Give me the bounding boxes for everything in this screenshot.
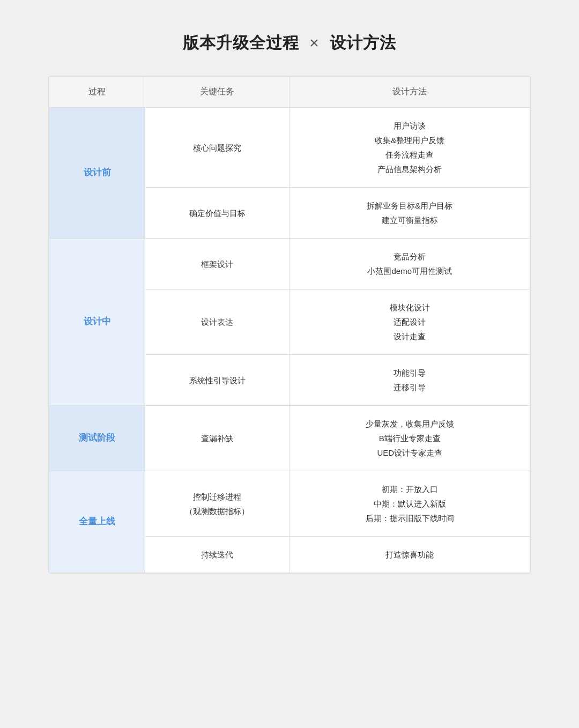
process-cell-full-launch: 全量上线 [49,471,145,573]
table-row: 全量上线控制迁移进程（观测数据指标）初期：开放入口中期：默认进入新版后期：提示旧… [49,471,530,537]
table-row: 测试阶段查漏补缺少量灰发，收集用户反馈B端行业专家走查UED设计专家走查 [49,406,530,471]
task-cell: 设计表达 [145,289,290,355]
method-cell: 少量灰发，收集用户反馈B端行业专家走查UED设计专家走查 [290,406,530,471]
page-container: 版本升级全过程 × 设计方法 过程 关键任务 设计方法 设计前核心问题探究用户访… [48,32,531,574]
method-cell: 功能引导迁移引导 [290,355,530,406]
method-cell: 模块化设计适配设计设计走查 [290,289,530,355]
method-cell: 用户访谈收集&整理用户反馈任务流程走查产品信息架构分析 [290,108,530,188]
process-cell-testing: 测试阶段 [49,406,145,471]
page-title: 版本升级全过程 × 设计方法 [48,32,531,54]
process-cell-in-design: 设计中 [49,239,145,406]
method-cell: 打造惊喜功能 [290,537,530,573]
table-header-row: 过程 关键任务 设计方法 [49,77,530,108]
method-cell: 竞品分析小范围demo可用性测试 [290,239,530,289]
header-process: 过程 [49,77,145,108]
task-cell: 控制迁移进程（观测数据指标） [145,471,290,537]
task-cell: 确定价值与目标 [145,188,290,239]
task-cell: 框架设计 [145,239,290,289]
header-method: 设计方法 [290,77,530,108]
process-cell-pre-design: 设计前 [49,108,145,239]
task-cell: 核心问题探究 [145,108,290,188]
title-part1: 版本升级全过程 [183,34,299,51]
table-wrapper: 过程 关键任务 设计方法 设计前核心问题探究用户访谈收集&整理用户反馈任务流程走… [48,76,531,574]
table-row: 设计中框架设计竞品分析小范围demo可用性测试 [49,239,530,289]
title-separator: × [309,34,320,51]
method-cell: 拆解业务目标&用户目标建立可衡量指标 [290,188,530,239]
task-cell: 查漏补缺 [145,406,290,471]
main-table: 过程 关键任务 设计方法 设计前核心问题探究用户访谈收集&整理用户反馈任务流程走… [49,76,530,573]
task-cell: 系统性引导设计 [145,355,290,406]
task-cell: 持续迭代 [145,537,290,573]
header-task: 关键任务 [145,77,290,108]
table-row: 设计前核心问题探究用户访谈收集&整理用户反馈任务流程走查产品信息架构分析 [49,108,530,188]
method-cell: 初期：开放入口中期：默认进入新版后期：提示旧版下线时间 [290,471,530,537]
title-part2: 设计方法 [330,34,396,51]
